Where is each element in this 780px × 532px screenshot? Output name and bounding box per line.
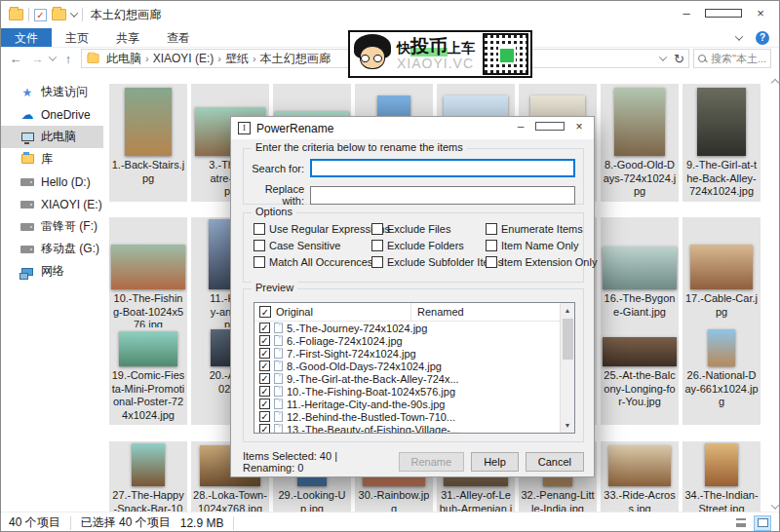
sidebar-item-网络[interactable]: 网络: [1, 260, 103, 283]
scroll-down-icon[interactable]: [772, 496, 778, 512]
search-for-input[interactable]: [310, 159, 575, 177]
row-checkbox[interactable]: ✓: [259, 386, 270, 397]
preview-row[interactable]: ✓9.-The-Girl-at-the-Back-Alley-724x...: [254, 372, 561, 385]
row-checkbox[interactable]: ✓: [259, 373, 270, 384]
breadcrumb-item[interactable]: 此电脑: [102, 51, 145, 67]
address-dropdown-icon[interactable]: [659, 53, 667, 60]
sidebar-item-库[interactable]: 库: [1, 148, 103, 171]
checkbox-icon[interactable]: [254, 223, 265, 235]
ribbon-collapse-icon[interactable]: [735, 32, 743, 40]
breadcrumb-item[interactable]: 壁纸: [221, 51, 253, 67]
tab-查看[interactable]: 查看: [153, 28, 204, 47]
maximize-button[interactable]: [705, 1, 742, 28]
sidebar-item-快速访问[interactable]: ★快速访问: [1, 81, 103, 103]
sidebar-item-移动盘 (G:)[interactable]: 移动盘 (G:): [1, 238, 103, 260]
scrollbar-thumb[interactable]: [563, 319, 573, 360]
checkbox-icon[interactable]: [486, 240, 497, 251]
checkbox-icon[interactable]: [371, 240, 383, 251]
file-tile[interactable]: 9.-The-Girl-at-the-Back-Alley-724x1024.j…: [682, 84, 760, 202]
option-item-name-only[interactable]: Item Name Only: [486, 240, 597, 251]
thumbnail-view-button[interactable]: [754, 515, 771, 531]
tab-主页[interactable]: 主页: [52, 28, 102, 47]
details-view-button[interactable]: [732, 515, 750, 531]
file-tile[interactable]: 10.-The-Fishing-Boat-1024x576.jpg: [109, 217, 187, 335]
preview-row[interactable]: ✓6.-Foliage-724x1024.jpg: [254, 334, 561, 347]
tab-文件[interactable]: 文件: [1, 28, 52, 47]
search-input[interactable]: [711, 53, 766, 64]
preview-row[interactable]: ✓5.-The-Journey-724x1024.jpg: [254, 322, 561, 334]
properties-check-icon[interactable]: ✓: [34, 9, 47, 21]
row-checkbox[interactable]: ✓: [259, 361, 270, 371]
dialog-title-bar[interactable]: I PowerRename – ×: [231, 117, 594, 139]
row-checkbox[interactable]: ✓: [259, 335, 270, 346]
row-checkbox[interactable]: ✓: [259, 424, 270, 434]
select-all-checkbox[interactable]: ✓: [259, 306, 271, 318]
help-button[interactable]: Help: [471, 452, 519, 472]
preview-row[interactable]: ✓10.-The-Fishing-Boat-1024x576.jpg: [254, 385, 561, 398]
minimize-button[interactable]: –: [668, 1, 705, 28]
search-box[interactable]: [693, 49, 771, 68]
preview-row[interactable]: ✓13.-The-Beauty-of-Fishing-Village-...: [254, 423, 561, 434]
file-tile[interactable]: 8.-Good-Old-Days-724x1024.jpg: [601, 84, 679, 202]
file-tile[interactable]: 17.-Cable-Car.jpg: [682, 217, 760, 335]
row-checkbox[interactable]: ✓: [259, 348, 270, 359]
preview-scrollbar[interactable]: ▲ ▼: [560, 303, 574, 433]
option-exclude-folders[interactable]: Exclude Folders: [371, 240, 503, 251]
qat-dropdown-icon[interactable]: [70, 9, 78, 17]
dialog-minimize-button[interactable]: –: [506, 117, 535, 139]
dialog-maximize-button[interactable]: [535, 117, 565, 139]
preview-row[interactable]: ✓11.-Heritage-City-and-the-90s.jpg: [254, 398, 561, 410]
tab-共享[interactable]: 共享: [102, 28, 153, 47]
checkbox-icon[interactable]: [254, 240, 265, 251]
checkbox-icon[interactable]: [254, 256, 265, 268]
sidebar-item-雷锋哥 (F:)[interactable]: 雷锋哥 (F:): [1, 215, 103, 238]
option-use-regular-expressions[interactable]: Use Regular Expressions: [254, 223, 390, 235]
help-icon[interactable]: ?: [756, 31, 769, 45]
row-checkbox[interactable]: ✓: [259, 411, 270, 422]
rename-button[interactable]: Rename: [399, 452, 465, 472]
option-match-all-occurences[interactable]: Match All Occurences: [254, 256, 390, 268]
scrollbar-down-icon[interactable]: ▼: [561, 422, 574, 429]
cancel-button[interactable]: Cancel: [526, 452, 584, 472]
checkbox-icon[interactable]: [371, 223, 383, 235]
option-item-extension-only[interactable]: Item Extension Only: [486, 256, 597, 268]
breadcrumb-item[interactable]: XIAOYI (E:): [149, 52, 218, 65]
option-enumerate-items[interactable]: Enumerate Items: [486, 223, 597, 235]
original-column-header[interactable]: Original: [276, 306, 313, 318]
close-button[interactable]: ×: [742, 1, 779, 28]
file-tile[interactable]: 25.-At-the-Balcony-Longing-for-You.jpg: [601, 327, 679, 425]
sidebar-item-XIAOYI (E:)[interactable]: XIAOYI (E:): [1, 193, 103, 215]
file-tile[interactable]: 33.-Ride-Across.jpg: [601, 441, 679, 512]
scrollbar-up-icon[interactable]: ▲: [561, 307, 574, 314]
scroll-up-icon[interactable]: [772, 72, 778, 90]
file-tile[interactable]: 26.-National-Day-661x1024.jpg: [682, 327, 760, 425]
sidebar-item-Hello (D:)[interactable]: Hello (D:): [1, 171, 103, 193]
preview-list[interactable]: ✓ Original Renamed ✓5.-The-Journey-724x1…: [254, 302, 575, 434]
file-tile[interactable]: 19.-Comic-Fiesta-Mini-Promotional-Poster…: [109, 327, 187, 425]
back-icon[interactable]: ←: [7, 52, 24, 66]
preview-row[interactable]: ✓12.-Behind-the-Bustled-Town-710...: [254, 410, 561, 423]
file-tile[interactable]: 16.-The-Bygone-Giant.jpg: [601, 217, 679, 335]
file-tile[interactable]: 1.-Back-Stairs.jpg: [109, 84, 187, 202]
up-icon[interactable]: ↑: [59, 52, 77, 66]
checkbox-icon[interactable]: [371, 256, 383, 268]
checkbox-icon[interactable]: [486, 256, 497, 268]
breadcrumb-item[interactable]: 本土幻想画廊: [256, 51, 334, 67]
preview-row[interactable]: ✓8.-Good-Old-Days-724x1024.jpg: [254, 360, 561, 372]
dialog-close-button[interactable]: ×: [565, 117, 594, 139]
new-folder-icon[interactable]: [52, 9, 66, 20]
refresh-icon[interactable]: ↻: [674, 52, 684, 66]
sidebar-item-OneDrive[interactable]: ☁OneDrive: [1, 103, 103, 126]
renamed-column-header[interactable]: Renamed: [410, 303, 464, 321]
sidebar-item-此电脑[interactable]: 此电脑: [1, 126, 103, 148]
file-tile[interactable]: 27.-The-Happy-Snack-Bar-1024: [109, 441, 187, 512]
row-checkbox[interactable]: ✓: [259, 399, 270, 409]
replace-with-input[interactable]: [310, 186, 575, 205]
forward-icon[interactable]: →: [28, 52, 46, 66]
option-exclude-files[interactable]: Exclude Files: [371, 223, 503, 235]
file-tile[interactable]: 34.-The-Indian-Street.jpg: [682, 441, 760, 512]
option-case-sensitive[interactable]: Case Sensitive: [254, 240, 390, 251]
row-checkbox[interactable]: ✓: [259, 323, 270, 333]
checkbox-icon[interactable]: [486, 223, 497, 235]
option-exclude-subfolder-items[interactable]: Exclude Subfolder Items: [371, 256, 503, 268]
